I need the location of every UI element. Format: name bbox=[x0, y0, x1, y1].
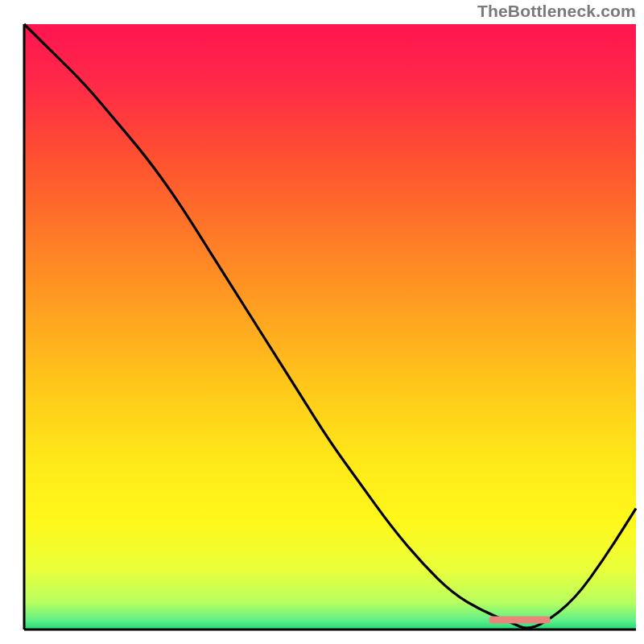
optimal-range-marker bbox=[489, 616, 551, 623]
plot-background bbox=[24, 24, 636, 630]
bottleneck-chart bbox=[0, 0, 644, 644]
chart-stage: TheBottleneck.com bbox=[0, 0, 644, 644]
